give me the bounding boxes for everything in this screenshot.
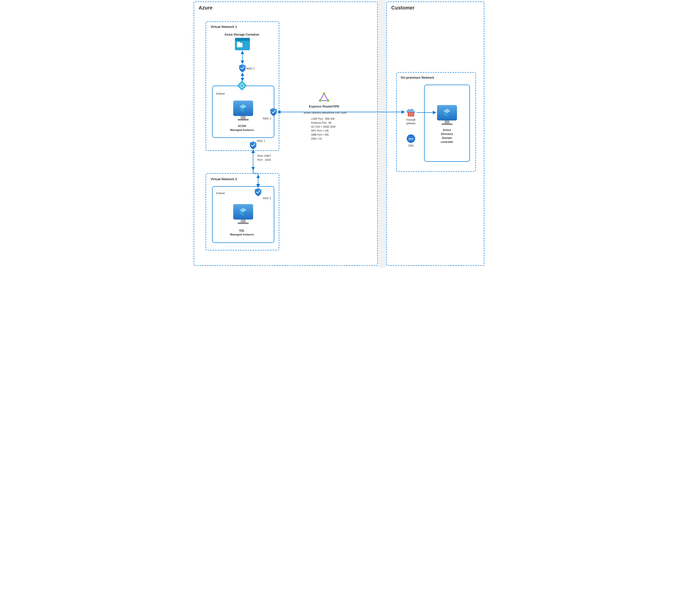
ad-webservice-port: Active Directory webservice Port: 9389 — [297, 112, 353, 114]
vnet2-subnet-label: Subnet — [216, 192, 225, 195]
scom-label-2: Managed Instance — [222, 128, 262, 131]
firewall-label-1: Firewall/ — [404, 118, 418, 121]
vnet1-subnet-label: Subnet — [216, 92, 225, 95]
port-5: DNS = 53 — [311, 138, 322, 140]
azure-title: Azure — [199, 5, 213, 11]
addc-label-1: Active — [431, 128, 463, 131]
vnet2-title: Virtual Network 2 — [211, 177, 237, 181]
port-1: Kerberos Port : 88 — [311, 121, 331, 124]
addc-box — [424, 85, 470, 162]
peer-label-1: Peer VNET — [257, 154, 271, 157]
sql-label-1: SQL — [222, 229, 262, 232]
onprem-title: On-premises Network — [401, 76, 434, 79]
sql-label-2: Managed Instance — [222, 233, 262, 236]
port-0: LDAP Port : 389/ 636 — [311, 117, 335, 120]
nsg1-right-label: NSG 1 — [263, 117, 271, 120]
port-2: GC Port = 3268/ 3269 — [311, 125, 336, 128]
firewall-label-2: gateway — [404, 122, 418, 125]
dns-label: DNS — [405, 144, 417, 147]
diagram-canvas: Azure Customer Virtual Network 1 Azure S… — [192, 0, 486, 268]
addc-label-4: controller — [431, 140, 463, 143]
addc-label-3: Domain — [431, 137, 463, 140]
scom-label-1: SCOM — [222, 124, 262, 127]
vnet1-title: Virtual Network 1 — [211, 25, 237, 29]
customer-title: Customer — [391, 5, 414, 11]
peer-label-2: Port : 1433 — [257, 158, 271, 161]
port-3: RPC Port = 135 — [311, 129, 329, 132]
separator-strip — [378, 0, 386, 268]
addc-label-2: Directory — [431, 132, 463, 136]
nsg2-label: NSG 2 — [263, 197, 271, 200]
express-route-title: Express Route/VPN — [299, 105, 349, 108]
storage-label: Azure Storage Container — [217, 33, 267, 36]
nsg1-top-label: NSG 1 — [247, 67, 255, 70]
nsg1-bottom-label: NSG 1 — [257, 140, 265, 142]
port-4: SMB Port = 445 — [311, 133, 329, 136]
